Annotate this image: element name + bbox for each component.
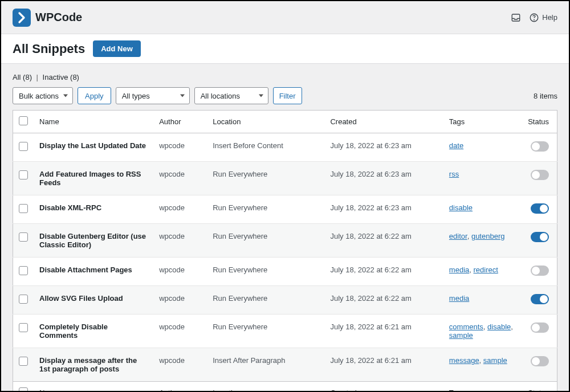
col-header-location: Location [207, 111, 324, 133]
tag-link[interactable]: comments [449, 322, 483, 331]
snippet-created: July 18, 2022 at 6:21 am [324, 315, 443, 348]
filter-inactive-link[interactable]: Inactive [43, 73, 68, 81]
row-checkbox[interactable] [19, 232, 28, 242]
snippet-author: wpcode [153, 348, 207, 382]
brand-logo-icon [13, 9, 31, 27]
status-toggle[interactable] [531, 170, 549, 180]
snippet-author: wpcode [153, 258, 207, 286]
snippet-tags: rss [443, 162, 522, 195]
snippet-name[interactable]: Disable XML-RPC [39, 203, 101, 212]
row-checkbox[interactable] [19, 266, 28, 275]
row-checkbox[interactable] [19, 142, 28, 151]
table-row: Add Featured Images to RSS Feeds wpcode … [13, 162, 557, 195]
snippet-location: Run Everywhere [207, 195, 324, 224]
filter-button[interactable]: Filter [273, 87, 302, 104]
filter-all-label[interactable]: All [13, 73, 21, 81]
tag-link[interactable]: sample [483, 356, 507, 365]
select-all-checkbox[interactable] [19, 116, 28, 125]
items-count-top: 8 items [534, 92, 557, 100]
filter-inactive-count: (8) [70, 73, 79, 81]
snippet-name[interactable]: Disable Gutenberg Editor (use Classic Ed… [39, 232, 146, 249]
tag-link[interactable]: message [449, 356, 479, 365]
col-header-created: Created [324, 111, 443, 133]
snippet-author: wpcode [153, 286, 207, 315]
row-checkbox[interactable] [19, 204, 28, 213]
tag-link[interactable]: sample [449, 331, 473, 340]
brand: WPCode [13, 9, 82, 27]
snippet-name[interactable]: Display the Last Updated Date [39, 141, 146, 150]
row-checkbox[interactable] [19, 323, 28, 332]
tag-link[interactable]: disable [487, 322, 511, 331]
col-footer-location: Location [207, 382, 324, 393]
select-all-checkbox-footer[interactable] [19, 387, 28, 392]
snippet-location: Run Everywhere [207, 162, 324, 195]
table-row: Display the Last Updated Date wpcode Ins… [13, 133, 557, 162]
bulk-actions-select[interactable]: Bulk actions [13, 87, 73, 104]
tag-link[interactable]: disable [449, 203, 473, 212]
table-row: Disable Gutenberg Editor (use Classic Ed… [13, 224, 557, 258]
snippet-name[interactable]: Allow SVG Files Upload [39, 294, 123, 303]
snippet-created: July 18, 2022 at 6:23 am [324, 195, 443, 224]
snippet-tags: media [443, 286, 522, 315]
snippet-created: July 18, 2022 at 6:22 am [324, 258, 443, 286]
table-row: Disable XML-RPC wpcode Run Everywhere Ju… [13, 195, 557, 224]
col-footer-status: Status [522, 382, 557, 393]
snippet-location: Insert Before Content [207, 133, 324, 162]
status-toggle[interactable] [531, 356, 549, 366]
types-select[interactable]: All types [116, 87, 190, 104]
snippets-table: Name Author Location Created Tags Status… [13, 110, 557, 392]
col-footer-tags: Tags [443, 382, 522, 393]
col-header-status: Status [522, 111, 557, 133]
status-toggle[interactable] [531, 232, 549, 242]
snippet-author: wpcode [153, 162, 207, 195]
snippet-location: Run Everywhere [207, 286, 324, 315]
help-link[interactable]: Help [529, 13, 557, 23]
status-toggle[interactable] [531, 203, 549, 214]
row-checkbox[interactable] [19, 170, 28, 179]
snippet-created: July 18, 2022 at 6:22 am [324, 286, 443, 315]
help-label: Help [542, 13, 557, 22]
locations-select[interactable]: All locations [194, 87, 268, 104]
status-toggle[interactable] [531, 322, 549, 333]
snippet-name[interactable]: Disable Attachment Pages [39, 266, 132, 274]
table-row: Completely Disable Comments wpcode Run E… [13, 315, 557, 348]
tag-link[interactable]: rss [449, 170, 459, 178]
inbox-icon[interactable] [511, 13, 521, 23]
status-toggle[interactable] [531, 294, 549, 304]
status-filter-links: All (8) | Inactive (8) [13, 73, 557, 81]
snippet-name[interactable]: Add Featured Images to RSS Feeds [39, 170, 141, 187]
table-row: Allow SVG Files Upload wpcode Run Everyw… [13, 286, 557, 315]
table-row: Display a message after the 1st paragrap… [13, 348, 557, 382]
snippet-tags: date [443, 133, 522, 162]
tag-link[interactable]: media [449, 294, 469, 303]
snippet-tags: message, sample [443, 348, 522, 382]
snippet-tags: media, redirect [443, 258, 522, 286]
title-bar: All Snippets Add New [1, 34, 569, 64]
snippet-tags: comments, disable, sample [443, 315, 522, 348]
page-title: All Snippets [13, 42, 85, 56]
snippet-tags: disable [443, 195, 522, 224]
topbar: WPCode Help [1, 1, 569, 34]
filter-all-count: (8) [23, 73, 32, 81]
tag-link[interactable]: editor [449, 232, 467, 240]
svg-rect-0 [512, 14, 520, 21]
snippet-author: wpcode [153, 224, 207, 258]
tag-link[interactable]: media [449, 266, 469, 274]
col-footer-author: Author [153, 382, 207, 393]
col-header-name[interactable]: Name [34, 111, 153, 133]
snippet-author: wpcode [153, 195, 207, 224]
snippet-name[interactable]: Display a message after the 1st paragrap… [39, 356, 137, 373]
brand-name: WPCode [35, 11, 82, 24]
tag-link[interactable]: date [449, 141, 463, 150]
row-checkbox[interactable] [19, 295, 28, 304]
snippet-name[interactable]: Completely Disable Comments [39, 322, 108, 340]
status-toggle[interactable] [531, 266, 549, 276]
table-row: Disable Attachment Pages wpcode Run Ever… [13, 258, 557, 286]
tag-link[interactable]: redirect [474, 266, 498, 274]
tag-link[interactable]: gutenberg [471, 232, 505, 240]
snippet-author: wpcode [153, 133, 207, 162]
add-new-button[interactable]: Add New [93, 40, 141, 57]
status-toggle[interactable] [531, 141, 549, 152]
apply-button[interactable]: Apply [78, 87, 111, 104]
row-checkbox[interactable] [19, 357, 28, 366]
